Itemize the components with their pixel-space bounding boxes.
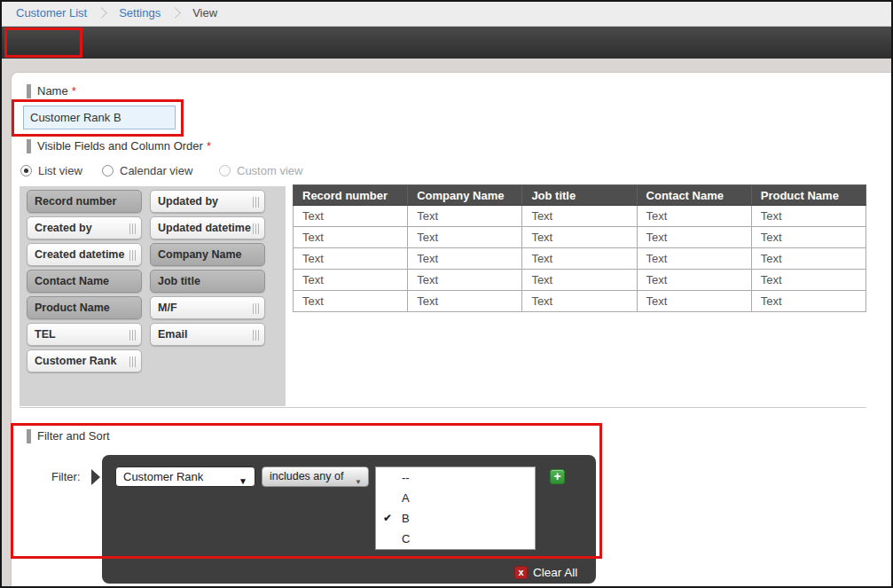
- required-asterisk: *: [72, 84, 76, 98]
- field-button-col2-3[interactable]: Job title: [150, 270, 265, 293]
- filter-panel: Customer Rank ▼ includes any of ▼ --A✔BC…: [102, 455, 596, 584]
- field-button-label: M/F: [158, 302, 177, 314]
- table-cell: Text: [522, 291, 637, 312]
- preview-column-header: Job title: [522, 185, 637, 206]
- field-button-label: Record number: [35, 195, 116, 208]
- breadcrumb-item-2: View: [192, 6, 217, 20]
- radio-button-icon[interactable]: [102, 165, 114, 176]
- field-button-col1-3[interactable]: Contact Name: [27, 270, 142, 293]
- filter-value-option-1[interactable]: A: [376, 488, 535, 508]
- field-button-col2-5[interactable]: Email: [150, 323, 265, 346]
- table-cell: Text: [294, 291, 408, 312]
- field-button-label: Created by: [35, 222, 92, 234]
- field-button-label: Email: [158, 328, 187, 341]
- section-bar: [27, 139, 31, 153]
- field-button-bank: Record numberCreated byCreated datetimeC…: [20, 186, 286, 406]
- field-button-label: Updated by: [158, 195, 218, 208]
- filter-value-option-label: --: [402, 471, 410, 484]
- field-button-col1-0[interactable]: Record number: [27, 190, 142, 213]
- breadcrumb-item-0[interactable]: Customer List: [16, 6, 87, 20]
- drag-handle-icon: [253, 330, 260, 341]
- view-settings-page: Customer ListSettingsView Save Cancel De…: [0, 0, 893, 588]
- table-cell: Text: [522, 206, 637, 227]
- radio-button-icon[interactable]: [20, 165, 32, 176]
- view-option-1[interactable]: Calendar view: [102, 164, 192, 177]
- clear-all-label: Clear All: [533, 566, 577, 579]
- filter-label-text: Filter and Sort: [37, 429, 110, 443]
- frame-border: [0, 0, 893, 2]
- view-option-2[interactable]: Custom view: [219, 164, 302, 177]
- filter-operator-dropdown[interactable]: includes any of ▼: [262, 466, 369, 487]
- table-cell: Text: [637, 291, 751, 312]
- table-cell: Text: [408, 248, 522, 270]
- fields-label-text: Visible Fields and Column Order: [37, 139, 203, 153]
- view-type-radio-group: List viewCalendar viewCustom view: [0, 164, 355, 180]
- view-name-input[interactable]: [23, 106, 176, 129]
- preview-table: Record numberCompany NameJob titleContac…: [293, 184, 866, 312]
- view-option-0[interactable]: List view: [20, 164, 82, 177]
- view-option-label: Calendar view: [120, 164, 192, 177]
- field-button-col1-5[interactable]: TEL: [27, 323, 142, 346]
- field-button-label: Updated datetime: [158, 222, 251, 234]
- drag-handle-icon: [129, 357, 137, 367]
- required-asterisk: *: [207, 139, 211, 153]
- field-button-label: Customer Rank: [35, 355, 116, 367]
- breadcrumb-item-1[interactable]: Settings: [119, 6, 161, 20]
- drag-handle-icon: [129, 250, 137, 261]
- filter-section-label: Filter and Sort: [37, 429, 110, 444]
- table-cell: Text: [751, 206, 866, 227]
- view-option-label: Custom view: [237, 164, 302, 177]
- preview-column-header: Company Name: [408, 185, 522, 206]
- table-cell: Text: [522, 248, 637, 270]
- field-button-label: Job title: [158, 275, 200, 287]
- table-cell: Text: [637, 248, 751, 270]
- filter-caption: Filter:: [51, 470, 81, 483]
- add-filter-button[interactable]: +: [550, 469, 565, 484]
- filter-value-option-0[interactable]: --: [376, 467, 535, 488]
- field-button-col1-6[interactable]: Customer Rank: [27, 349, 142, 372]
- fields-section-label: Visible Fields and Column Order*: [37, 139, 211, 154]
- preview-table-head: Record numberCompany NameJob titleContac…: [294, 185, 866, 206]
- table-row: TextTextTextTextText: [294, 248, 866, 270]
- drag-handle-icon: [129, 330, 137, 341]
- table-row: TextTextTextTextText: [294, 206, 866, 227]
- table-cell: Text: [751, 248, 866, 270]
- filter-field-dropdown[interactable]: Customer Rank ▼: [115, 466, 255, 487]
- clear-all-button[interactable]: x Clear All: [514, 566, 577, 579]
- name-section-label: Name*: [37, 84, 76, 99]
- section-bar: [27, 429, 31, 443]
- field-button-col2-2[interactable]: Company Name: [150, 243, 265, 266]
- field-button-col2-1[interactable]: Updated datetime: [150, 216, 265, 239]
- drag-handle-icon: [253, 223, 260, 234]
- field-button-label: Company Name: [158, 248, 241, 261]
- field-button-label: TEL: [35, 328, 56, 341]
- table-cell: Text: [522, 270, 637, 291]
- drag-handle-icon: [253, 197, 260, 208]
- filter-value-option-2[interactable]: ✔B: [376, 508, 535, 529]
- table-cell: Text: [408, 291, 522, 312]
- filter-value-listbox[interactable]: --A✔BC: [375, 466, 536, 550]
- check-icon: ✔: [383, 508, 392, 529]
- field-button-col1-4[interactable]: Product Name: [27, 296, 142, 319]
- section-bar: [27, 84, 31, 98]
- toolbar: [0, 27, 893, 59]
- table-cell: Text: [294, 248, 408, 270]
- table-cell: Text: [522, 227, 637, 248]
- field-button-col1-1[interactable]: Created by: [27, 216, 142, 239]
- preview-column-header: Record number: [294, 185, 408, 206]
- filter-value-option-3[interactable]: C: [376, 529, 535, 549]
- field-button-col2-4[interactable]: M/F: [150, 296, 265, 319]
- preview-column-header: Product Name: [751, 185, 866, 206]
- breadcrumb: Customer ListSettingsView: [0, 0, 893, 27]
- radio-button-icon[interactable]: [219, 165, 231, 176]
- frame-border: [0, 0, 2, 588]
- breadcrumb-separator-icon: [96, 7, 107, 19]
- drag-handle-icon: [129, 223, 137, 234]
- preview-table-body: TextTextTextTextTextTextTextTextTextText…: [294, 206, 866, 312]
- table-row: TextTextTextTextText: [294, 291, 866, 312]
- field-button-col2-0[interactable]: Updated by: [150, 190, 265, 213]
- filter-value-option-label: A: [402, 491, 410, 505]
- field-button-col1-2[interactable]: Created datetime: [27, 243, 142, 266]
- filter-value-option-label: C: [402, 532, 410, 545]
- breadcrumb-separator-icon: [169, 7, 181, 19]
